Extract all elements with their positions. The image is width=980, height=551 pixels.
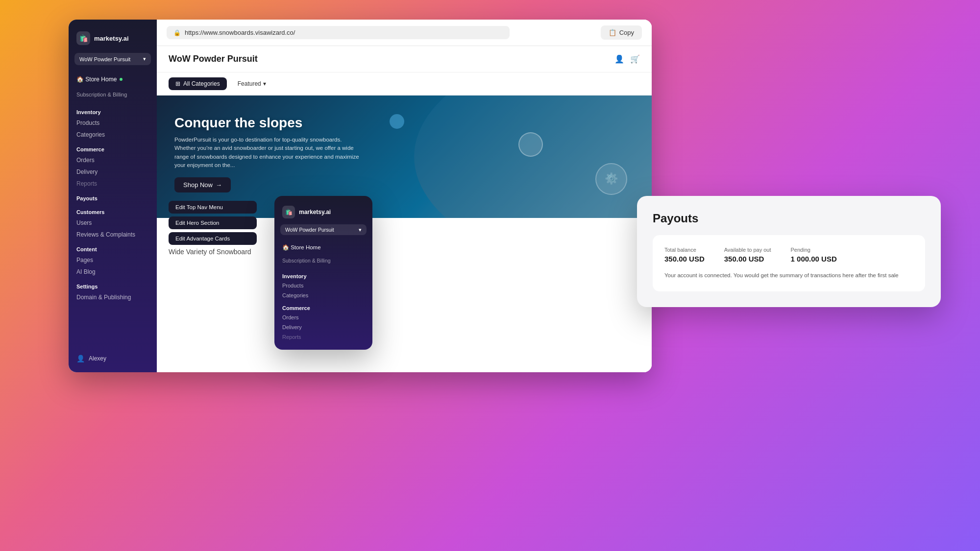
- ss-logo-icon: 🛍️: [282, 206, 295, 218]
- total-balance-stat: Total balance 350.00 USD: [664, 247, 705, 264]
- hero-description: PowderPursuit is your go-to destination …: [174, 136, 361, 169]
- url-text: https://www.snowboards.visawizard.co/: [185, 29, 295, 36]
- edit-top-nav-button[interactable]: Edit Top Nav Menu: [169, 201, 257, 214]
- sidebar-link-products[interactable]: Products: [69, 117, 157, 129]
- hero-title: Conquer the slopes: [174, 115, 361, 131]
- sidebar-link-orders[interactable]: Orders: [69, 154, 157, 166]
- ss-logo-text: marketsy.ai: [299, 209, 331, 216]
- sidebar-section-payouts: Payouts: [69, 190, 157, 203]
- hero-section: ⚙️ Conquer the slopes PowderPursuit is y…: [157, 96, 652, 218]
- sidebar-link-pages[interactable]: Pages: [69, 254, 157, 266]
- sidebar-link-domain[interactable]: Domain & Publishing: [69, 291, 157, 303]
- all-categories-button[interactable]: ⊞ All Categories: [169, 77, 227, 90]
- copy-icon: 📋: [609, 29, 616, 36]
- store-selector[interactable]: WoW Powder Pursuit ▾: [74, 53, 151, 65]
- logo-text: marketsy.ai: [94, 35, 129, 42]
- url-bar: 🔒 https://www.snowboards.visawizard.co/ …: [157, 20, 652, 46]
- arrow-icon: →: [216, 181, 222, 189]
- chevron-down-icon: ▾: [143, 56, 146, 62]
- decorative-circle-1: [518, 132, 543, 157]
- store-page: WoW Powder Pursuit 👤 🛒 ⊞ All Categories …: [157, 46, 652, 372]
- logo-icon: 🛍️: [76, 31, 90, 45]
- edit-buttons-overlay: Edit Top Nav Menu Edit Hero Section Edit…: [169, 201, 257, 245]
- pending-stat: Pending 1 000.00 USD: [791, 247, 837, 264]
- payout-card: Total balance 350.00 USD Available to pa…: [653, 235, 925, 291]
- main-sidebar: 🛍️ marketsy.ai WoW Powder Pursuit ▾ 🏠 St…: [69, 20, 157, 372]
- user-icon[interactable]: 👤: [614, 54, 624, 64]
- total-balance-value: 350.00 USD: [664, 255, 705, 263]
- second-sidebar-overlay: 🛍️ marketsy.ai WoW Powder Pursuit ▾ 🏠 St…: [274, 196, 372, 350]
- pending-label: Pending: [791, 247, 837, 253]
- sidebar-link-reviews[interactable]: Reviews & Complaints: [69, 229, 157, 240]
- username-label: Alexey: [89, 355, 106, 362]
- edit-hero-button[interactable]: Edit Hero Section: [169, 216, 257, 229]
- sidebar-billing[interactable]: Subscription & Billing: [69, 90, 157, 103]
- sidebar-link-users[interactable]: Users: [69, 217, 157, 229]
- ss-logo: 🛍️ marketsy.ai: [274, 204, 372, 224]
- sidebar-logo: 🛍️ marketsy.ai: [69, 27, 157, 53]
- shop-now-button[interactable]: Shop Now →: [174, 177, 231, 192]
- store-header-icons: 👤 🛒: [614, 54, 640, 64]
- sidebar-section-inventory: Inventory: [69, 103, 157, 117]
- chevron-icon: ▾: [263, 80, 266, 87]
- sidebar-section-customers: Customers: [69, 203, 157, 217]
- sidebar-link-ai-blog[interactable]: AI Blog: [69, 266, 157, 278]
- online-indicator: [120, 78, 122, 81]
- sidebar-link-categories[interactable]: Categories: [69, 129, 157, 141]
- featured-button[interactable]: Featured ▾: [233, 77, 271, 90]
- ss-link-orders[interactable]: Orders: [274, 312, 372, 322]
- copy-label: Copy: [619, 29, 634, 36]
- ss-store-home[interactable]: 🏠 Store Home: [274, 241, 372, 254]
- payout-title: Payouts: [653, 212, 925, 225]
- user-avatar-icon: 👤: [76, 355, 85, 362]
- payout-window: Payouts Total balance 350.00 USD Availab…: [637, 196, 941, 307]
- total-balance-label: Total balance: [664, 247, 705, 253]
- copy-button[interactable]: 📋 Copy: [601, 25, 642, 40]
- decorative-circle-2: ⚙️: [595, 163, 627, 195]
- grid-icon: ⊞: [175, 80, 180, 87]
- ss-store-selector[interactable]: WoW Powder Pursuit ▾: [280, 224, 367, 235]
- ss-commerce-title: Commerce: [274, 300, 372, 312]
- ss-link-delivery[interactable]: Delivery: [274, 322, 372, 332]
- sidebar-section-commerce: Commerce: [69, 141, 157, 154]
- available-stat: Available to pay out 350.00 USD: [724, 247, 771, 264]
- browser-area: 🔒 https://www.snowboards.visawizard.co/ …: [157, 20, 652, 372]
- payout-note: Your account is connected. You would get…: [664, 271, 913, 280]
- available-label: Available to pay out: [724, 247, 771, 253]
- payout-stats-row: Total balance 350.00 USD Available to pa…: [664, 247, 913, 264]
- sidebar-section-content: Content: [69, 240, 157, 254]
- sidebar-link-reports[interactable]: Reports: [69, 178, 157, 190]
- hero-wrapper: ⚙️ Conquer the slopes PowderPursuit is y…: [157, 96, 652, 218]
- url-input[interactable]: 🔒 https://www.snowboards.visawizard.co/: [167, 26, 510, 39]
- ss-inventory-title: Inventory: [274, 268, 372, 281]
- hero-content: Conquer the slopes PowderPursuit is your…: [174, 115, 361, 192]
- ss-chevron-icon: ▾: [359, 227, 362, 233]
- decorative-dot: [390, 114, 404, 129]
- ss-link-products[interactable]: Products: [274, 281, 372, 290]
- ss-billing[interactable]: Subscription & Billing: [274, 257, 372, 268]
- sidebar-link-delivery[interactable]: Delivery: [69, 166, 157, 178]
- store-nav: ⊞ All Categories Featured ▾: [157, 72, 652, 96]
- cart-icon[interactable]: 🛒: [630, 54, 640, 64]
- store-title: WoW Powder Pursuit: [169, 54, 258, 64]
- store-header: WoW Powder Pursuit 👤 🛒: [157, 46, 652, 72]
- wide-variety-text: Wide Variety of Snowboard: [169, 248, 251, 256]
- sidebar-section-settings: Settings: [69, 278, 157, 291]
- lock-icon: 🔒: [173, 29, 181, 36]
- ss-link-reports[interactable]: Reports: [274, 332, 372, 342]
- sidebar-store-home[interactable]: 🏠 Store Home: [69, 73, 157, 86]
- edit-advantage-button[interactable]: Edit Advantage Cards: [169, 232, 257, 245]
- pending-value: 1 000.00 USD: [791, 255, 837, 263]
- sidebar-user[interactable]: 👤 Alexey: [69, 351, 157, 366]
- available-value: 350.00 USD: [724, 255, 764, 263]
- ss-link-categories[interactable]: Categories: [274, 290, 372, 300]
